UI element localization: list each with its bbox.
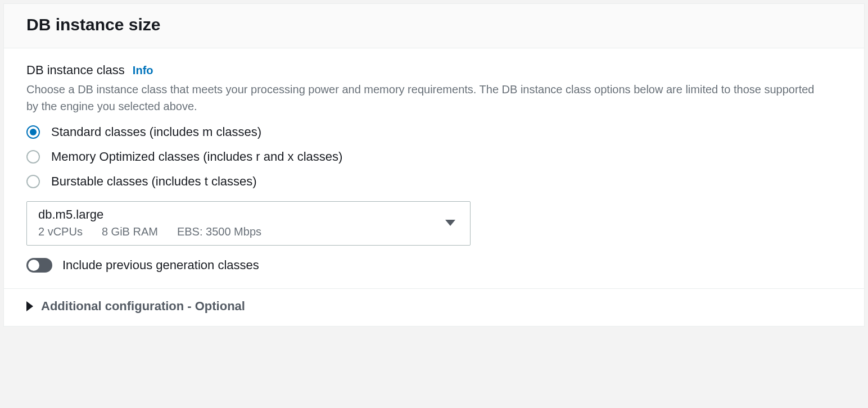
radio-icon [26,175,40,188]
select-specs: 2 vCPUs 8 GiB RAM EBS: 3500 Mbps [38,225,261,238]
instance-class-radio-group: Standard classes (includes m classes) Me… [26,125,842,189]
radio-option-memory-optimized[interactable]: Memory Optimized classes (includes r and… [26,149,842,164]
select-content: db.m5.large 2 vCPUs 8 GiB RAM EBS: 3500 … [38,207,261,238]
radio-label: Standard classes (includes m classes) [51,125,261,139]
toggle-knob [28,260,39,271]
field-label-row: DB instance class Info [26,63,842,78]
radio-icon [26,150,40,164]
info-link[interactable]: Info [133,64,153,77]
additional-configuration-expandable[interactable]: Additional configuration - Optional [4,289,864,326]
section-title: DB instance size [26,15,842,34]
select-value: db.m5.large [38,207,261,222]
radio-label: Burstable classes (includes t classes) [51,174,257,189]
card-header: DB instance size [4,4,864,48]
field-description: Choose a DB instance class that meets yo… [26,81,825,115]
field-label: DB instance class [26,63,125,78]
expandable-label: Additional configuration - Optional [41,299,245,314]
previous-generation-toggle-row: Include previous generation classes [26,258,842,273]
radio-option-burstable[interactable]: Burstable classes (includes t classes) [26,174,842,189]
radio-label: Memory Optimized classes (includes r and… [51,149,342,164]
card-body: DB instance class Info Choose a DB insta… [4,48,864,289]
radio-option-standard[interactable]: Standard classes (includes m classes) [26,125,842,139]
toggle-label: Include previous generation classes [62,258,259,273]
chevron-down-icon [445,220,455,226]
db-instance-size-card: DB instance size DB instance class Info … [3,3,865,327]
instance-class-select[interactable]: db.m5.large 2 vCPUs 8 GiB RAM EBS: 3500 … [26,201,471,246]
chevron-right-icon [26,301,33,311]
spec-ebs: EBS: 3500 Mbps [177,225,261,238]
spec-ram: 8 GiB RAM [102,225,158,238]
previous-generation-toggle[interactable] [26,258,52,273]
radio-icon [26,125,40,139]
spec-vcpus: 2 vCPUs [38,225,83,238]
